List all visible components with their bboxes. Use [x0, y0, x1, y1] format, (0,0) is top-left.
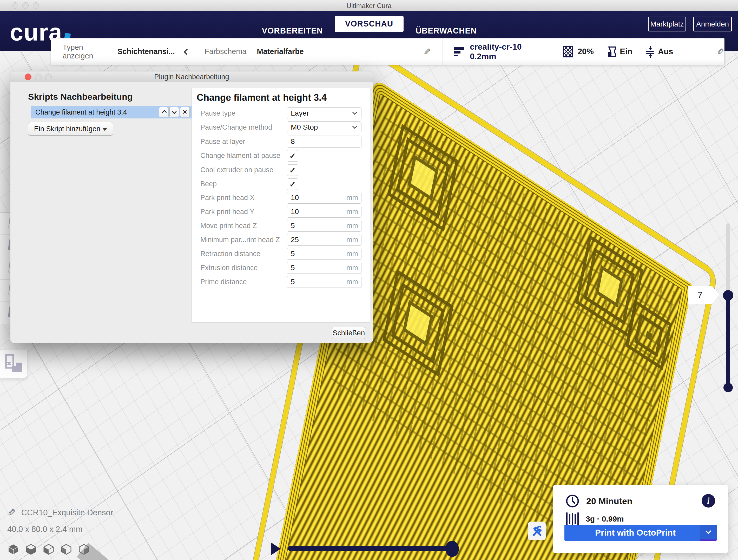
model-info: ✎ CCR10_Exquisite Densor 40.0 x 80.0 x 2…: [7, 507, 113, 534]
view-options-toolbar: Typen anzeigen Schichtenansi... Farbsche…: [51, 38, 724, 65]
close-dialog-button[interactable]: Schließen: [332, 327, 365, 339]
script-name: Change filament at height 3.4: [35, 108, 159, 116]
print-options-dropdown[interactable]: [700, 525, 717, 541]
pause-at-layer-input[interactable]: 8: [287, 136, 361, 147]
rename-model-icon[interactable]: ✎: [7, 507, 16, 518]
clock-icon: [566, 494, 580, 508]
check-icon: ✓: [289, 180, 296, 189]
window-title: Ultimaker Cura: [0, 2, 738, 10]
chevron-down-icon: [706, 528, 712, 534]
app-window: 7 ✎ CCR10_Exquisite Densor 40.0 x 80.0 x…: [0, 0, 738, 560]
infill-value[interactable]: 20%: [578, 47, 594, 56]
layer-slider-bottom-handle[interactable]: [723, 383, 733, 392]
view-right-icon[interactable]: [78, 543, 90, 555]
support-blocker-icon: [0, 350, 27, 378]
support-value[interactable]: Ein: [620, 47, 632, 56]
script-settings-panel: Change filament at height 3.4 Pause type…: [192, 88, 370, 323]
marketplace-button[interactable]: Marktplatz: [648, 17, 686, 31]
caret-down-icon: [102, 128, 107, 131]
form-row: Park print head X 10 mm: [192, 192, 370, 204]
check-icon: ✓: [289, 151, 296, 160]
change-filament-checkbox[interactable]: ✓: [287, 150, 298, 161]
model-name: CCR10_Exquisite Densor: [21, 508, 113, 517]
model-dimensions: 40.0 x 80.0 x 2.4 mm: [7, 525, 113, 534]
view-top-icon[interactable]: [43, 543, 55, 555]
beep-checkbox[interactable]: ✓: [287, 178, 298, 190]
color-scheme-value[interactable]: Materialfarbe: [257, 47, 304, 56]
print-profile-icon: [454, 47, 464, 56]
tab-preview[interactable]: VORSCHAU: [335, 16, 404, 32]
post-processing-dialog: Plugin Nachbearbeitung Skripts Nachbearb…: [10, 71, 373, 343]
simulation-slider-handle[interactable]: [445, 541, 459, 557]
collapse-panel-icon[interactable]: [184, 49, 190, 55]
move-script-up-button[interactable]: [159, 107, 168, 117]
adhesion-icon: [645, 45, 654, 58]
window-titlebar: Ultimaker Cura: [0, 0, 738, 11]
chevron-down-icon: [352, 124, 357, 129]
tool-support-blocker-button[interactable]: [0, 350, 27, 378]
dialog-titlebar[interactable]: Plugin Nachbearbeitung: [10, 71, 373, 82]
filament-icon: [566, 512, 579, 526]
view-type-label: Typen anzeigen: [63, 43, 107, 60]
dialog-title: Plugin Nachbearbeitung: [10, 73, 373, 81]
extrusion-distance-input[interactable]: 5 mm: [287, 262, 361, 274]
pause-type-select[interactable]: Layer: [287, 107, 361, 119]
layer-slider-top-handle[interactable]: [723, 290, 733, 301]
prime-distance-input[interactable]: 5 mm: [287, 276, 361, 288]
material-estimate: 3g · 0.99m: [586, 515, 624, 523]
park-y-input[interactable]: 10 mm: [287, 206, 361, 218]
edit-print-settings-icon[interactable]: ✎: [717, 46, 724, 57]
form-row: Minimum par...rint head Z 25 mm: [192, 234, 370, 246]
print-profile-value[interactable]: creality-cr-10 0.2mm: [470, 42, 537, 61]
hammer-wrench-icon: [531, 525, 542, 537]
retraction-distance-input[interactable]: 5 mm: [287, 248, 361, 260]
form-row: Beep ✓: [192, 178, 370, 190]
view-3d-icon[interactable]: [7, 543, 19, 555]
move-script-down-button[interactable]: [169, 107, 179, 117]
sign-in-button[interactable]: Anmelden: [693, 17, 732, 31]
form-row: Pause type Layer: [192, 107, 370, 119]
scripts-heading: Skripts Nachbearbeitung: [28, 92, 132, 102]
view-left-icon[interactable]: [60, 543, 72, 555]
camera-view-buttons: [7, 543, 90, 555]
color-scheme-label: Farbschema: [205, 47, 246, 56]
form-row: Cool extruder on pause ✓: [192, 164, 370, 176]
current-layer-value: 7: [698, 290, 703, 300]
print-settings-quick-button[interactable]: [528, 522, 546, 540]
chevron-up-icon: [162, 110, 166, 114]
adhesion-value[interactable]: Aus: [658, 47, 673, 56]
form-row: Pause at layer 8: [192, 136, 370, 147]
pause-method-select[interactable]: M0 Stop: [287, 121, 361, 133]
print-summary-card: 20 Minuten i 3g · 0.99m Print with OctoP…: [553, 485, 728, 553]
form-row: Park print head Y 10 mm: [192, 206, 370, 218]
chevron-down-icon: [172, 109, 176, 114]
support-icon: [606, 45, 616, 58]
form-row: Pause/Change method M0 Stop: [192, 121, 370, 133]
form-row: Change filament at pause ✓: [192, 150, 370, 161]
script-settings-title: Change filament at height 3.4: [197, 92, 327, 103]
infill-icon: [563, 46, 573, 57]
view-front-icon[interactable]: [25, 543, 37, 555]
form-row: Move print head Z 5 mm: [192, 220, 370, 232]
add-script-button[interactable]: Ein Skript hinzufügen: [28, 122, 113, 136]
cool-extruder-checkbox[interactable]: ✓: [287, 164, 298, 176]
move-z-input[interactable]: 5 mm: [287, 220, 361, 232]
form-row: Prime distance 5 mm: [192, 276, 370, 288]
form-row: Extrusion distance 5 mm: [192, 262, 370, 274]
minimum-park-z-input[interactable]: 25 mm: [287, 234, 361, 246]
chevron-down-icon: [352, 110, 357, 115]
edit-view-icon[interactable]: ✎: [423, 46, 431, 57]
info-icon[interactable]: i: [702, 494, 715, 508]
layer-slider-range[interactable]: [726, 295, 730, 389]
simulation-slider-track[interactable]: [288, 546, 457, 551]
park-x-input[interactable]: 10 mm: [287, 192, 361, 204]
play-button[interactable]: [271, 542, 281, 555]
remove-script-button[interactable]: ✕: [180, 107, 190, 117]
print-time-estimate: 20 Minuten: [586, 496, 633, 506]
print-with-octoprint-button[interactable]: Print with OctoPrint: [565, 525, 717, 541]
view-type-value[interactable]: Schichtenansi...: [117, 47, 175, 56]
form-row: Retraction distance 5 mm: [192, 248, 370, 260]
selected-script-row[interactable]: Change filament at height 3.4 ✕: [31, 106, 192, 118]
check-icon: ✓: [289, 166, 296, 175]
